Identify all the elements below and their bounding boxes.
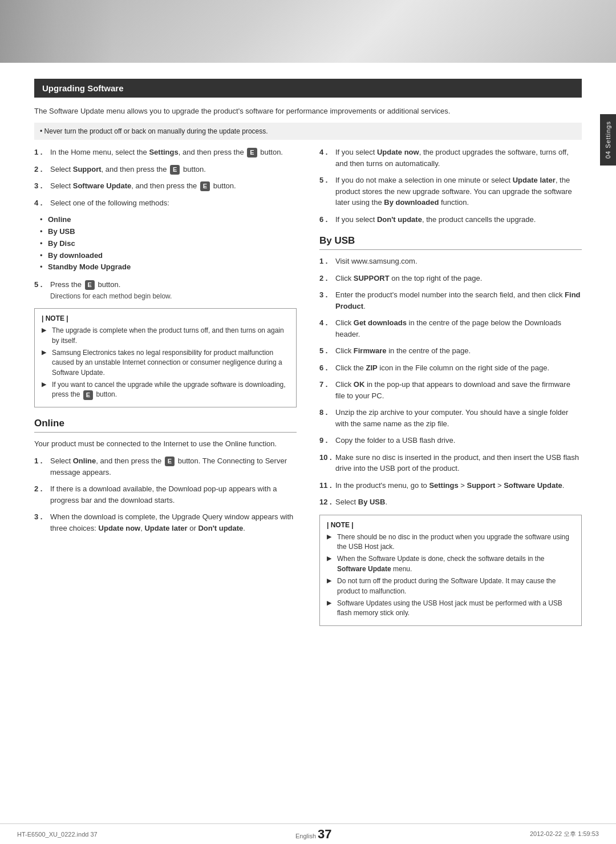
right-step-4: 4 . If you select Update now, the produc… [319,147,582,169]
right-step-5-num: 5 . [319,175,335,186]
note-text-3: If you want to cancel the upgrade while … [52,380,289,400]
note-arrow-2: ▶ [42,348,50,357]
usb-note-label: | NOTE | [327,520,574,530]
usb-step-4: 4 . Click Get downloads in the centre of… [319,317,582,340]
method-online: Online [40,214,297,226]
usb-step-8: 8 . Unzip the zip archive to your comput… [319,407,582,429]
online-step-1-num: 1 . [34,455,50,467]
note-arrow-3: ▶ [42,380,50,389]
intro-block: The Software Update menu allows you to u… [0,106,616,140]
method-usb: By USB [40,226,297,238]
usb-step-5: 5 . Click Firmware in the centre of the … [319,345,582,357]
usb-step-4-num: 4 . [319,317,335,329]
footer-page-label: English [295,833,318,839]
usb-note-arrow-1: ▶ [327,532,335,542]
online-step-2-content: If there is a download available, the Do… [50,483,297,506]
usb-step-3-content: Enter the product's model number into th… [335,289,582,312]
step-2-content: Select Support, and then press the E but… [50,164,297,175]
usb-step-9-content: Copy the folder to a USB flash drive. [335,435,582,446]
usb-note-3: ▶ Do not turn off the product during the… [327,576,574,596]
button-icon-online-1: E [165,457,175,466]
usb-step-1: 1 . Visit www.samsung.com. [319,256,582,267]
usb-step-7: 7 . Click OK in the pop-up that appears … [319,379,582,401]
method-downloaded: By downloaded [40,250,297,262]
usb-note-arrow-4: ▶ [327,599,335,608]
usb-step-7-num: 7 . [319,379,335,390]
usb-step-6-num: 6 . [319,362,335,374]
step-4: 4 . Select one of the following methods: [34,197,297,209]
button-icon-3: E [200,181,210,191]
note-item-3: ▶ If you want to cancel the upgrade whil… [42,380,289,400]
usb-note-arrow-2: ▶ [327,554,335,563]
usb-note-2: ▶ When the Software Update is done, chec… [327,554,574,574]
usb-note-4: ▶ Software Updates using the USB Host ja… [327,599,574,619]
right-step-4-content: If you select Update now, the product up… [335,147,582,169]
right-step-5: 5 . If you do not make a selection in on… [319,175,582,208]
methods-list: Online By USB By Disc By downloaded Stan… [34,214,297,273]
step-4-content: Select one of the following methods: [50,197,297,209]
usb-step-9: 9 . Copy the folder to a USB flash drive… [319,435,582,446]
usb-step-12: 12 . Select By USB. [319,496,582,508]
usb-step-9-num: 9 . [319,435,335,446]
step-3-num: 3 . [34,180,50,192]
footer-page: English 37 [295,827,332,842]
highlight-note-text: Never turn the product off or back on ma… [44,127,268,135]
step-1-content: In the Home menu, select the Settings, a… [50,147,297,158]
usb-step-12-num: 12 . [319,496,335,508]
button-icon-5: E [85,280,95,290]
usb-note-text-1: There should be no disc in the product w… [337,532,574,552]
usb-step-5-content: Click Firmware in the centre of the page… [335,345,582,357]
usb-step-1-num: 1 . [319,256,335,267]
section-title: Upgrading Software [42,83,124,93]
usb-step-10-content: Make sure no disc is inserted in the pro… [335,452,582,474]
right-step-6-content: If you select Don't update, the product … [335,214,582,225]
byusb-title: By USB [319,235,582,250]
usb-step-7-content: Click OK in the pop-up that appears to d… [335,379,582,401]
note-text-1: The upgrade is complete when the product… [52,326,289,346]
section-header: Upgrading Software [34,79,582,98]
side-tab: 04 Settings [600,114,616,165]
note-label: | NOTE | [42,313,289,324]
usb-note-arrow-3: ▶ [327,576,335,585]
online-step-3-num: 3 . [34,511,50,523]
right-step-4-num: 4 . [319,147,335,158]
step-2-num: 2 . [34,164,50,175]
right-step-6: 6 . If you select Don't update, the prod… [319,214,582,225]
method-standby: Standby Mode Upgrade [40,261,297,273]
step-3-content: Select Software Update, and then press t… [50,180,297,192]
step-2: 2 . Select Support, and then press the E… [34,164,297,175]
step-3: 3 . Select Software Update, and then pre… [34,180,297,192]
usb-step-3-num: 3 . [319,289,335,301]
online-step-2-num: 2 . [34,483,50,495]
usb-step-2-num: 2 . [319,273,335,284]
right-step-6-num: 6 . [319,214,335,225]
usb-step-11-content: In the product's menu, go to Settings > … [335,480,582,491]
usb-step-4-content: Click Get downloads in the centre of the… [335,317,582,340]
step-5-content: Press the E button. Directions for each … [50,279,297,301]
online-step-3-content: When the download is complete, the Upgra… [50,511,297,534]
footer: HT-E6500_XU_0222.indd 37 English 37 2012… [0,823,616,844]
footer-left: HT-E6500_XU_0222.indd 37 [17,831,98,838]
online-title: Online [34,418,297,433]
usb-step-10: 10 . Make sure no disc is inserted in th… [319,452,582,474]
usb-step-2: 2 . Click SUPPORT on the top right of th… [319,273,582,284]
note-text-2: Samsung Electronics takes no legal respo… [52,348,289,378]
button-icon-note: E [83,390,93,400]
usb-note-text-3: Do not turn off the product during the S… [337,576,574,596]
online-step-1: 1 . Select Online, and then press the E … [34,455,297,478]
right-step-5-content: If you do not make a selection in one mi… [335,175,582,208]
step-5: 5 . Press the E button. Directions for e… [34,279,297,301]
step-1: 1 . In the Home menu, select the Setting… [34,147,297,158]
right-col: 4 . If you select Update now, the produc… [319,147,582,633]
usb-note-text-2: When the Software Update is done, check … [337,554,574,574]
usb-note-box: | NOTE | ▶ There should be no disc in th… [319,515,582,626]
usb-step-3: 3 . Enter the product's model number int… [319,289,582,312]
button-icon-1: E [247,148,257,158]
step-4-num: 4 . [34,197,50,209]
usb-step-10-num: 10 . [319,452,335,463]
main-note-box: | NOTE | ▶ The upgrade is complete when … [34,308,297,407]
button-icon-2: E [170,165,180,175]
online-step-2: 2 . If there is a download available, th… [34,483,297,506]
left-col: 1 . In the Home menu, select the Setting… [34,147,297,633]
step-5-num: 5 . [34,279,50,290]
